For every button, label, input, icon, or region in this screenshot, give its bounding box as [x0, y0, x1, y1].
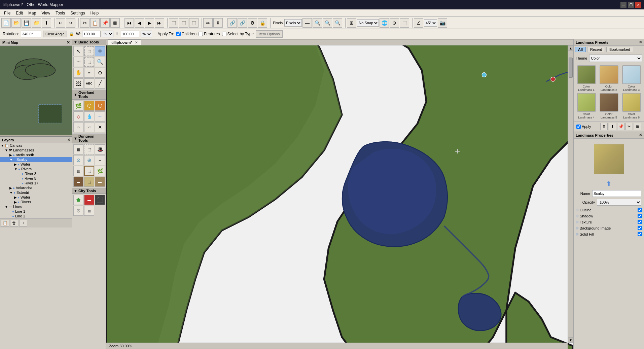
dt3-button[interactable]: 🎩 [95, 144, 105, 154]
layer-add-button[interactable]: + [19, 220, 27, 226]
presets-tab-all[interactable]: All [575, 47, 586, 52]
theme-select[interactable]: Color Black & White Fantasy [589, 55, 642, 62]
ot8-button[interactable]: 〰 [84, 122, 94, 132]
redo-button[interactable]: ↪ [66, 18, 75, 28]
draw-tool-button[interactable]: 〰 [73, 57, 83, 67]
presets-delete-button[interactable]: 🗑 [634, 123, 641, 130]
water2-expand-icon[interactable]: ▶ [14, 196, 17, 199]
snap-tool-button[interactable]: ⊙ [95, 68, 105, 78]
ct2-button[interactable]: ▬ [84, 195, 94, 205]
text-tool-button[interactable]: ABC [84, 78, 94, 89]
solid-fill-checkbox[interactable] [638, 232, 642, 236]
height-input[interactable] [121, 31, 139, 37]
ct4-button[interactable]: ⊙ [73, 206, 83, 216]
dt9-button[interactable]: 🌿 [95, 166, 105, 176]
menu-view[interactable]: View [39, 10, 53, 16]
group-button[interactable]: ⚙ [248, 18, 257, 28]
pixels-select[interactable]: Pixels [284, 19, 302, 27]
undo-button[interactable]: ↩ [56, 18, 65, 28]
texture-checkbox[interactable] [638, 220, 642, 224]
canvas-expand-icon[interactable]: ▼ [1, 144, 4, 147]
dungeon-tools-header[interactable]: ▼ Dungeon Tools [72, 133, 106, 143]
layer-copy-button[interactable]: 📋 [1, 220, 9, 226]
menu-edit[interactable]: Edit [13, 10, 26, 16]
dt7-button[interactable]: ▥ [73, 166, 83, 176]
angle-select[interactable]: 45° [424, 19, 437, 27]
features-checkbox-label[interactable]: Features [199, 32, 220, 36]
rivers-expand-icon[interactable]: ▼ [14, 167, 17, 171]
apply-checkbox[interactable] [576, 125, 581, 129]
presets-close-button[interactable]: ✕ [639, 40, 642, 44]
menu-file[interactable]: File [1, 10, 13, 16]
minimize-button[interactable]: — [620, 2, 627, 8]
lm-outline-row[interactable]: ⊞ Outline [574, 207, 644, 213]
lm-upload-area[interactable]: ⬆ [574, 180, 644, 189]
ot1-button[interactable]: 🌿 [73, 101, 83, 111]
export-button[interactable]: ⬆ [42, 18, 51, 28]
presets-import-button[interactable]: ⬇ [609, 123, 616, 130]
volarecha-expand-icon[interactable]: ▶ [9, 186, 12, 190]
flip-v-button[interactable]: ⇕ [213, 18, 223, 28]
tab-tilliph[interactable]: tilliph.owm* ✕ [108, 39, 141, 45]
lm-bg-image-row[interactable]: ⊞ Background Image [574, 225, 644, 231]
map-container[interactable]: ▲ ▼ ◀ ▶ Zoom 50.00% [106, 45, 573, 349]
lm-texture-row[interactable]: ⊞ Texture [574, 219, 644, 225]
dt4-button[interactable]: ⊙ [73, 155, 83, 165]
rivers2-expand-icon[interactable]: ▶ [14, 200, 17, 204]
lm-solid-fill-row[interactable]: ⊞ Solid Fill [574, 231, 644, 237]
lines-expand-icon[interactable]: ▼ [5, 205, 8, 209]
zoom-fit-button[interactable]: 🔍 [333, 18, 342, 28]
dt6-button[interactable]: ⌐ [95, 155, 105, 165]
ot3-button[interactable]: ⬡ [95, 101, 105, 111]
mini-map-canvas[interactable] [0, 46, 72, 135]
menu-map[interactable]: Map [26, 10, 39, 16]
mini-map-close-button[interactable]: ✕ [67, 40, 70, 45]
new-button[interactable]: 📄 [1, 18, 11, 28]
children-checkbox[interactable] [176, 32, 181, 36]
layer-line2[interactable]: ● Line 2 [0, 214, 72, 218]
presets-export-button[interactable]: ⬆ [600, 123, 608, 130]
maximize-button[interactable]: ❐ [628, 2, 634, 8]
lm-name-input[interactable] [592, 190, 641, 197]
layer-delete-button[interactable]: 🗑 [10, 220, 18, 226]
water-expand-icon[interactable]: ▶ [14, 163, 17, 166]
map-scroll-v[interactable]: ▲ ▼ [568, 45, 573, 343]
copy-button[interactable]: 📋 [90, 18, 100, 28]
ruler-button[interactable]: — [302, 18, 312, 28]
eyedrop-tool-button[interactable]: ✏ [84, 68, 94, 78]
layer-lines[interactable]: ▼ ⋯ Lines [0, 204, 72, 209]
apply-checkbox-label[interactable]: Apply [576, 125, 591, 129]
dt8-button[interactable]: ⬚ [84, 166, 94, 176]
select-rect-tool-button[interactable]: ⬚ [84, 46, 94, 56]
angle-button[interactable]: ∠ [414, 18, 423, 28]
item-options-button[interactable]: Item Options [256, 30, 283, 38]
save-as-button[interactable]: 📁 [32, 18, 41, 28]
scroll-up-button[interactable]: ▲ [568, 45, 573, 51]
layer-river3[interactable]: ● River 3 [0, 171, 72, 176]
layer-scalcy[interactable]: ▼ ● Scalcy [0, 157, 72, 162]
link-button[interactable]: 🔗 [227, 18, 237, 28]
lm-upload-icon[interactable]: ⬆ [606, 180, 612, 187]
first-button[interactable]: ⏮ [124, 18, 134, 28]
prev-button[interactable]: ◀ [135, 18, 144, 28]
zoom-out-button[interactable]: 🔍 [313, 18, 322, 28]
flip-h-button[interactable]: ⇔ [203, 18, 213, 28]
ot7-button[interactable]: 〰 [73, 122, 83, 132]
lm-opacity-select[interactable]: 100% [597, 199, 641, 206]
zoom-tool-button[interactable]: 🔍 [95, 57, 105, 67]
grid-button[interactable]: ⊞ [347, 18, 356, 28]
dt11-button[interactable]: ⬚ [84, 177, 94, 187]
layer-river17[interactable]: ● River 17 [0, 181, 72, 185]
overland-tools-header[interactable]: ▼ Overland Tools [72, 90, 106, 100]
layer-water[interactable]: ▶ ● Water [0, 162, 72, 167]
scalcy-expand-icon[interactable]: ▼ [9, 158, 13, 162]
outline-checkbox[interactable] [638, 208, 642, 212]
layer-rivers[interactable]: ▼ ● Rivers [0, 167, 72, 171]
map-area[interactable]: tilliph.owm* ✕ [106, 39, 573, 349]
dt1-button[interactable]: ▦ [73, 144, 83, 154]
unlink-button[interactable]: 🔗 [238, 18, 247, 28]
close-button[interactable]: ✕ [635, 2, 641, 8]
circle-button[interactable]: ⊙ [390, 18, 399, 28]
align-center-button[interactable]: ⬚ [179, 18, 188, 28]
zoom-100-button[interactable]: 🔍 [323, 18, 332, 28]
